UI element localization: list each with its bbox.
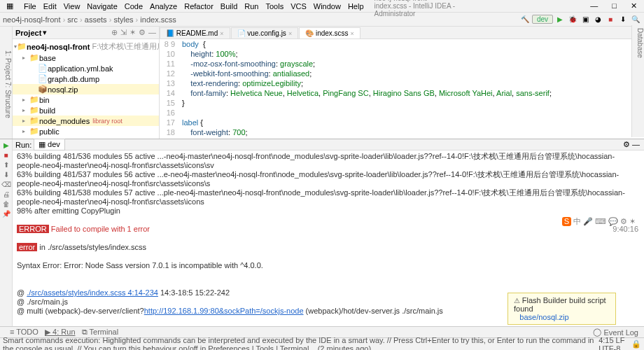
menu-refactor[interactable]: Refactor [181,2,217,10]
right-gutter[interactable]: Database [631,25,644,137]
menu-edit[interactable]: Edit [40,2,60,10]
run-label: Run: [15,141,31,149]
vcs-icon[interactable]: ⬇ [617,14,629,25]
menu-code[interactable]: Code [121,2,146,10]
tree-item[interactable]: 📦nosql.zip [13,84,159,94]
stop-run-icon[interactable]: ■ [4,151,8,159]
close-tab-icon[interactable]: × [288,30,292,37]
bottom-tab[interactable]: ⧉ Terminal [82,328,118,336]
stop-icon[interactable]: ■ [605,14,616,25]
project-tool-window: Project ▾ ⊕ ⇲ ✶ ⚙ — ▾📁 neo4j-nosql-front… [13,27,160,139]
editor-tab[interactable]: 📘 README.md × [160,27,230,38]
status-right: 4:15 LF UTF-8 [598,336,629,351]
run-tab-dev[interactable]: ▦ dev [34,139,65,150]
menu-file[interactable]: File [20,2,40,10]
breadcrumb-item[interactable]: assets [85,15,107,24]
menu-vcs[interactable]: VCS [287,2,310,10]
run-tabs: Run: ▦ dev ⚙ — [13,139,644,150]
hide-icon[interactable]: — [148,28,156,37]
menu-navigate[interactable]: Navigate [83,2,120,10]
status-bar: Smart commands execution: Highlighted co… [0,337,644,350]
run-toolbar: ▶ ■ ⬆ ⬇ ⌫ 🖨 🗑 📌 [0,139,13,335]
select-opened-icon[interactable]: ⊕ [111,28,118,37]
breadcrumb-item[interactable]: neo4j-nosql-front [3,15,61,24]
editor-tabs: 📘 README.md ×📄 vue.config.js ×🎨 index.sc… [160,27,644,39]
breadcrumb-item[interactable]: index.scss [140,15,176,24]
tree-item[interactable]: ▸📁node_moduleslibrary root [13,115,159,126]
window-title: neo4j-nosql-front - index.scss - Intelli… [371,0,461,18]
menu-view[interactable]: View [60,2,84,10]
profile-icon[interactable]: ◕ [592,14,603,25]
tree-item[interactable]: ▸📁build [13,105,159,115]
tree-root[interactable]: ▾📁 neo4j-nosql-front F:\技术栈\王维通用后台管理系统\h… [13,41,159,52]
print-icon[interactable]: 🖨 [3,190,10,198]
s-icon[interactable]: S [562,217,571,226]
run-icon[interactable]: ▶ [554,14,566,25]
flash-notification[interactable]: ⚠ Flash Builder build script found base/… [507,293,616,325]
maximize-icon[interactable]: □ [608,1,621,10]
tree-item[interactable]: ▸📁base [13,52,159,63]
menu-help[interactable]: Help [344,2,368,10]
menu-build[interactable]: Build [217,2,241,10]
close-icon[interactable]: ✕ [626,1,641,10]
lock-icon[interactable]: 🔒 [631,340,641,349]
code-body[interactable]: body { height: 100%; -moz-osx-font-smoot… [179,39,644,139]
menu-bar: ▦ FileEditViewNavigateCodeAnalyzeRefacto… [0,0,644,13]
tree-item[interactable]: ▸📁bin [13,94,159,105]
minimize-icon[interactable]: — [586,1,602,10]
toolbar: neo4j-nosql-front › src › assets › style… [0,13,644,27]
tree-item[interactable]: ▸📁public [13,126,159,136]
menu-window[interactable]: Window [310,2,344,10]
left-gutter[interactable]: 1: Project 7: Structure [0,27,13,139]
run-gear-icon[interactable]: ⚙ — [623,140,640,149]
hammer-icon[interactable]: 🔨 [519,14,531,25]
gutter: 8 9 10 11 12 13 14 15 16 17 18 19 20 21 [160,39,179,139]
project-tree[interactable]: ▾📁 neo4j-nosql-front F:\技术栈\王维通用后台管理系统\h… [13,39,159,139]
bottom-tab[interactable]: ▶ 4: Run [45,328,75,336]
run-config[interactable]: dev [532,15,553,24]
app-icon: ▦ [3,1,17,10]
filter-icon[interactable]: ⌫ [1,181,11,188]
rerun-icon[interactable]: ▶ [4,141,9,149]
cn-icon[interactable]: 中 [573,217,581,226]
menu-run[interactable]: Run [241,2,262,10]
status-message: Smart commands execution: Highlighted co… [3,336,598,351]
close-tab-icon[interactable]: × [351,30,354,37]
breadcrumb-item[interactable]: src [67,15,78,24]
expand-icon[interactable]: ⇲ [120,28,127,37]
up-icon[interactable]: ⬆ [4,161,9,169]
coverage-icon[interactable]: ▣ [580,14,591,25]
flash-link[interactable]: base/nosql.zip [519,313,568,321]
trash-icon[interactable]: 🗑 [3,200,10,208]
editor-tab[interactable]: 📄 vue.config.js × [231,27,299,38]
tree-item[interactable]: 📄graph.db.dump [13,74,159,84]
down-icon[interactable]: ⬇ [4,171,9,178]
debug-icon[interactable]: 🐞 [567,14,578,25]
breadcrumb-item[interactable]: styles [113,15,133,24]
editor-tab[interactable]: 🎨 index.scss × [299,27,360,38]
menu-tools[interactable]: Tools [262,2,287,10]
close-tab-icon[interactable]: × [220,30,223,37]
menu-analyze[interactable]: Analyze [146,2,181,10]
editor: 📘 README.md ×📄 vue.config.js ×🎨 index.sc… [160,27,644,139]
flash-title: Flash Builder build script found [514,296,606,313]
gear-icon[interactable]: ⚙ [139,28,146,37]
collapse-icon[interactable]: ✶ [130,28,136,37]
pin-icon[interactable]: 📌 [2,210,10,218]
bottom-tab[interactable]: ≡ TODO [10,328,38,336]
search-icon[interactable]: 🔍 [630,14,641,25]
project-title: Project [15,29,41,37]
tree-item[interactable]: 📄application.yml.bak [13,63,159,74]
